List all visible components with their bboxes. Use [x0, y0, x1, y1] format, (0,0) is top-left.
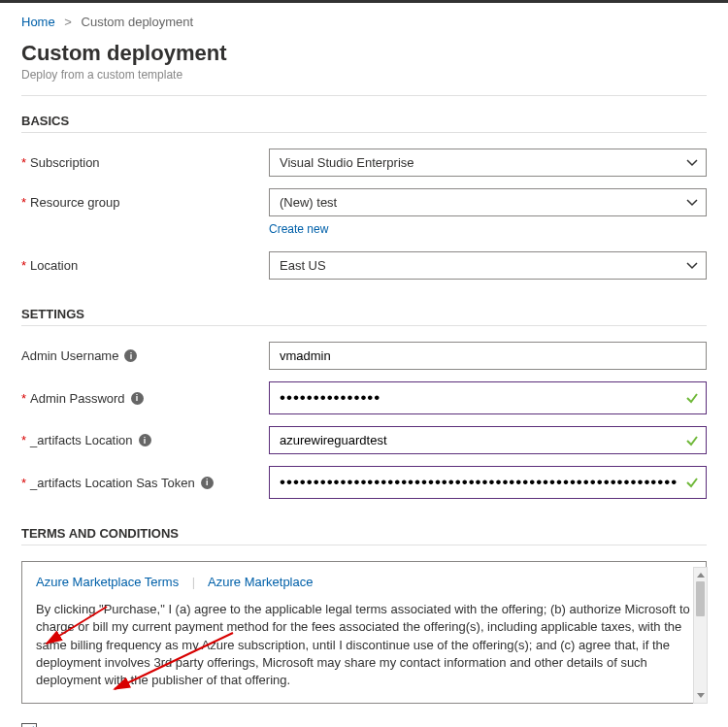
terms-link-marketplace[interactable]: Azure Marketplace [208, 575, 313, 589]
artifacts-location-input[interactable] [269, 426, 707, 454]
artifacts-sas-input[interactable] [269, 466, 707, 499]
subscription-label: *Subscription [21, 155, 269, 170]
admin-username-input[interactable] [269, 342, 707, 370]
scroll-down-icon[interactable] [694, 689, 707, 703]
terms-body-text: By clicking "Purchase," I (a) agree to t… [36, 601, 692, 689]
page-title: Custom deployment [21, 41, 707, 66]
section-basics-title: BASICS [21, 110, 707, 128]
terms-link-marketplace-terms[interactable]: Azure Marketplace Terms [36, 575, 179, 589]
section-settings-title: SETTINGS [21, 303, 707, 321]
agree-label: I agree to the terms and conditions stat… [45, 724, 314, 727]
info-icon[interactable]: i [139, 434, 151, 446]
admin-username-label: Admin Username i [21, 348, 269, 363]
check-icon [685, 434, 699, 447]
location-label: *Location [21, 258, 269, 273]
resource-group-select[interactable]: (New) test [269, 188, 707, 216]
info-icon[interactable]: i [201, 477, 214, 489]
scrollbar[interactable] [693, 567, 708, 704]
info-icon[interactable]: i [131, 392, 144, 405]
check-icon [685, 391, 699, 405]
admin-password-label: *Admin Password i [21, 391, 269, 406]
scroll-up-icon[interactable] [694, 568, 707, 581]
breadcrumb-current: Custom deployment [82, 15, 194, 29]
info-icon[interactable]: i [124, 349, 137, 362]
chevron-down-icon [686, 159, 698, 167]
breadcrumb: Home > Custom deployment [21, 15, 707, 29]
check-icon [685, 476, 699, 489]
section-terms-title: TERMS AND CONDITIONS [21, 522, 707, 541]
resource-group-label: *Resource group [21, 195, 269, 210]
artifacts-sas-label: *_artifacts Location Sas Token i [21, 476, 269, 490]
artifacts-location-label: *_artifacts Location i [21, 433, 269, 447]
chevron-down-icon [686, 262, 698, 270]
scrollbar-thumb[interactable] [696, 581, 705, 616]
location-select[interactable]: East US [269, 251, 707, 280]
breadcrumb-home[interactable]: Home [21, 15, 55, 29]
chevron-right-icon: > [64, 15, 72, 29]
create-new-link[interactable]: Create new [269, 222, 328, 236]
terms-box: Azure Marketplace Terms | Azure Marketpl… [21, 561, 707, 704]
agree-checkbox[interactable] [21, 723, 37, 727]
subscription-select[interactable]: Visual Studio Enterprise [269, 149, 707, 177]
admin-password-input[interactable] [269, 381, 707, 414]
chevron-down-icon [686, 199, 698, 207]
page-subtitle: Deploy from a custom template [21, 68, 707, 82]
